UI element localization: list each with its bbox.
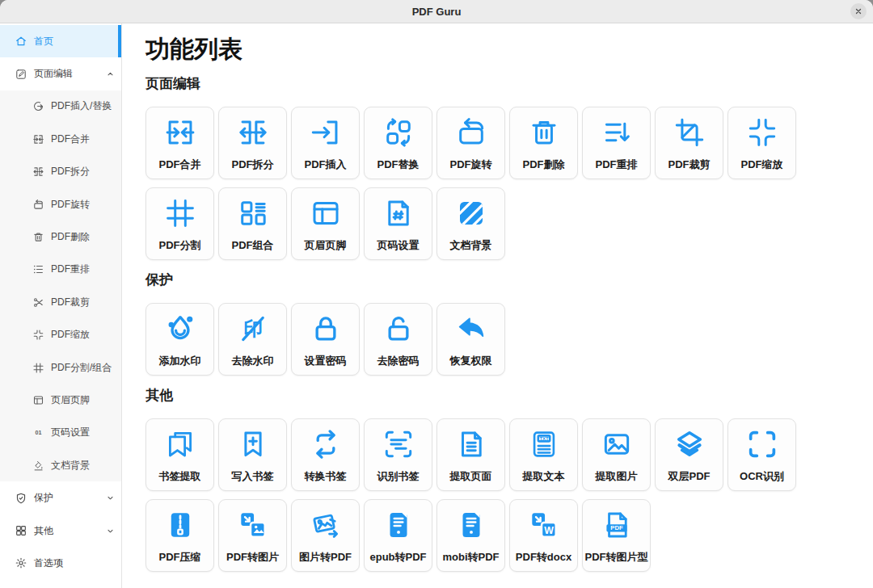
feature-card-label: 书签提取: [159, 469, 201, 484]
ebook-to-pdf-icon: [454, 500, 488, 550]
sidebar-item[interactable]: PDF旋转: [0, 188, 121, 220]
feature-card-label: PDF重排: [596, 158, 638, 172]
reorder-icon: [600, 107, 634, 158]
feature-card[interactable]: OCR识别: [728, 418, 796, 491]
feature-card[interactable]: 页码设置: [364, 187, 432, 260]
window-title: PDF Guru: [412, 6, 462, 18]
image-to-pdf-icon: [309, 500, 343, 550]
feature-card[interactable]: PDF插入: [291, 107, 360, 179]
feature-card[interactable]: PDF缩放: [728, 107, 796, 179]
feature-card[interactable]: 图片转PDF: [291, 499, 360, 572]
delete-icon: [527, 107, 561, 158]
background-icon: [454, 188, 488, 238]
feature-card[interactable]: 识别书签: [364, 418, 432, 491]
sidebar-item-label: PDF拆分: [51, 165, 90, 178]
feature-card-label: 添加水印: [159, 354, 201, 368]
feature-card-label: 图片转PDF: [299, 550, 352, 565]
sidebar-item-label: PDF重排: [51, 262, 90, 276]
svg-text:W: W: [544, 525, 554, 536]
delete-icon: [32, 231, 44, 243]
feature-card[interactable]: PDF组合: [218, 187, 287, 260]
feature-card-label: 双层PDF: [668, 469, 711, 484]
feature-card[interactable]: 提取图片: [582, 418, 651, 491]
sidebar-item-label: PDF删除: [51, 230, 90, 244]
sidebar-item[interactable]: PDF删除: [0, 220, 121, 253]
sidebar-item[interactable]: 保护: [0, 481, 121, 514]
sidebar-item[interactable]: PDF拆分: [0, 156, 121, 188]
pdf-to-image-type-icon: PDF: [600, 500, 634, 550]
page-title: 功能列表: [146, 35, 857, 64]
bookmark-scan-icon: [382, 419, 415, 469]
list-icon: [32, 263, 44, 275]
card-grid: 书签提取写入书签转换书签识别书签提取页面TXT提取文本提取图片双层PDFOCR识…: [146, 418, 800, 572]
feature-card[interactable]: 书签提取: [146, 418, 214, 491]
sidebar-item[interactable]: PDF缩放: [0, 319, 121, 351]
feature-card[interactable]: PDF分割: [146, 187, 214, 260]
chevron-up-icon: [106, 69, 115, 78]
feature-card[interactable]: 去除密码: [364, 303, 432, 376]
feature-card[interactable]: mobi转PDF: [436, 499, 505, 572]
feature-card[interactable]: 设置密码: [291, 303, 360, 376]
feature-card-label: PDF压缩: [159, 550, 201, 565]
feature-card-label: PDF旋转: [450, 158, 492, 172]
feature-card[interactable]: 文档背景: [436, 187, 505, 260]
gear-icon: [15, 556, 27, 569]
feature-card[interactable]: 提取页面: [436, 418, 505, 491]
close-button[interactable]: [850, 3, 867, 19]
extract-image-icon: [600, 419, 634, 469]
feature-card[interactable]: PDF替换: [364, 107, 432, 179]
feature-card[interactable]: 写入书签: [218, 418, 287, 491]
feature-card[interactable]: 页眉页脚: [291, 187, 360, 260]
feature-card[interactable]: TXT提取文本: [509, 418, 578, 491]
feature-card[interactable]: PDF压缩: [146, 499, 214, 572]
sidebar-item[interactable]: 其他: [0, 514, 121, 547]
sidebar-item[interactable]: 首选项: [0, 547, 121, 579]
sidebar-item[interactable]: 文档背景: [0, 449, 121, 481]
svg-text:TXT: TXT: [539, 436, 549, 441]
sidebar-item[interactable]: 01页码设置: [0, 417, 121, 449]
feature-card[interactable]: PDF重排: [582, 107, 651, 179]
sidebar-item[interactable]: PDF分割/组合: [0, 351, 121, 384]
zero-one-icon: 01: [32, 426, 44, 439]
card-grid: 添加水印印去除水印设置密码去除密码恢复权限: [146, 303, 800, 376]
feature-card[interactable]: PDF转图片: [218, 499, 287, 572]
feature-card[interactable]: 印去除水印: [218, 303, 287, 376]
watermark-add-icon: [163, 304, 197, 354]
feature-card-label: 页码设置: [377, 238, 420, 253]
feature-card[interactable]: PDF拆分: [218, 107, 287, 179]
feature-card[interactable]: 双层PDF: [655, 418, 723, 491]
sidebar-item[interactable]: PDF重排: [0, 254, 121, 286]
feature-card[interactable]: PDF合并: [146, 107, 214, 179]
feature-card[interactable]: WPDF转docx: [509, 499, 578, 572]
feature-card-label: 转换书签: [305, 469, 347, 484]
feature-card-label: PDF删除: [523, 158, 565, 172]
bookmark-add-icon: [236, 419, 270, 469]
sidebar-item[interactable]: PDF裁剪: [0, 286, 121, 318]
scissors-icon: [32, 296, 44, 309]
replace-icon: [382, 107, 415, 158]
extract-page-icon: [454, 419, 488, 469]
merge-icon: [32, 133, 44, 145]
feature-card[interactable]: PDFPDF转图片型: [582, 499, 651, 572]
fill-icon: [32, 460, 44, 472]
sidebar-item[interactable]: 页面编辑: [0, 57, 121, 90]
sidebar-item-label: 首页: [34, 35, 53, 48]
feature-card[interactable]: 添加水印: [146, 303, 214, 376]
feature-card[interactable]: PDF删除: [509, 107, 578, 179]
feature-card[interactable]: PDF旋转: [436, 107, 505, 179]
section-heading: 保护: [146, 272, 857, 288]
sidebar-item[interactable]: 页眉页脚: [0, 384, 121, 416]
feature-card-label: PDF转图片型: [585, 550, 648, 565]
feature-card[interactable]: PDF裁剪: [655, 107, 723, 179]
feature-card-label: 提取文本: [523, 469, 565, 484]
feature-card[interactable]: 恢复权限: [436, 303, 505, 376]
extract-text-icon: TXT: [527, 419, 561, 469]
watermark-remove-icon: 印: [236, 304, 270, 354]
sidebar-item-label: PDF缩放: [51, 328, 90, 342]
sidebar-item[interactable]: 首页: [0, 25, 121, 57]
feature-card[interactable]: 转换书签: [291, 418, 360, 491]
feature-card[interactable]: epub转PDF: [364, 499, 432, 572]
sidebar-item[interactable]: PDF插入/替换: [0, 90, 121, 123]
sidebar-item-label: 文档背景: [51, 459, 90, 472]
sidebar-item[interactable]: PDF合并: [0, 123, 121, 155]
